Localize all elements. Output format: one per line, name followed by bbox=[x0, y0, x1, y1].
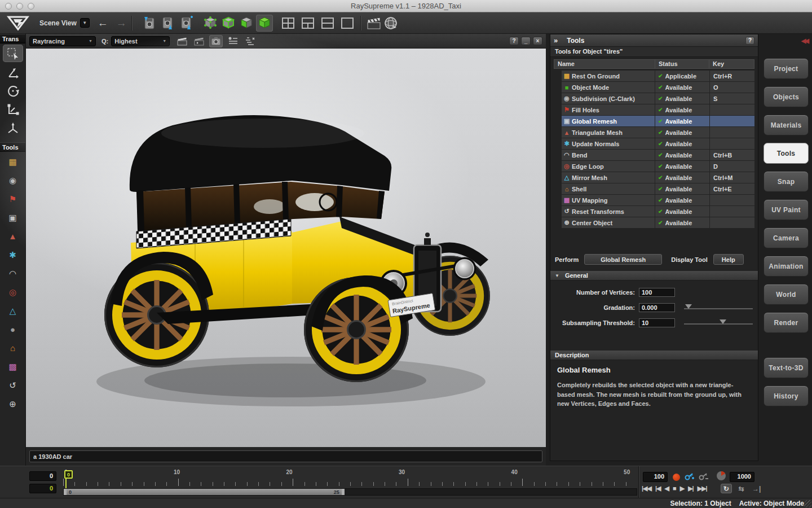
loop-start-field[interactable]: 0 bbox=[29, 484, 56, 493]
record-icon[interactable] bbox=[673, 474, 680, 481]
sidebar-tool-button[interactable]: ⌂ bbox=[3, 339, 23, 357]
sidebar-tool-button[interactable]: △ bbox=[3, 302, 23, 319]
nav-button[interactable]: History bbox=[764, 386, 809, 406]
resize-grip[interactable] bbox=[804, 500, 811, 507]
nav-button[interactable]: UV Paint bbox=[764, 199, 809, 220]
nav-button[interactable]: Camera bbox=[764, 227, 809, 248]
general-section-header[interactable]: ▼ General bbox=[550, 270, 758, 281]
text-to-3d-prompt-input[interactable] bbox=[29, 450, 542, 462]
tool-row[interactable]: ↺ Reset Transforms ✔ Available bbox=[562, 206, 754, 217]
nav-button[interactable]: Materials bbox=[764, 115, 809, 135]
forward-button[interactable]: → bbox=[116, 17, 127, 28]
export-icon[interactable] bbox=[160, 15, 176, 32]
export-add-icon[interactable] bbox=[178, 15, 195, 32]
nav-button[interactable]: World bbox=[764, 284, 809, 305]
nav-button[interactable]: Project bbox=[764, 58, 809, 79]
tool-row[interactable]: ✱ Update Normals ✔ Available bbox=[562, 138, 754, 149]
range-thumb[interactable]: 0 25 bbox=[64, 489, 345, 495]
tool-row[interactable]: ◠ Bend ✔ Available Ctrl+B bbox=[562, 150, 754, 160]
back-button[interactable]: ← bbox=[98, 17, 108, 28]
tool-row[interactable]: △ Mirror Mesh ✔ Available Ctrl+M bbox=[562, 172, 754, 183]
status-bar: Selection: 1 Object Active: Object Mode bbox=[0, 498, 812, 508]
parameter-slider[interactable] bbox=[684, 304, 753, 311]
timeline-range-bar[interactable]: 0 25 bbox=[63, 488, 637, 496]
render-mode-select[interactable]: Raytracing▼ bbox=[29, 36, 96, 46]
nav-button[interactable]: Animation bbox=[764, 256, 809, 277]
transport-button[interactable]: ▶| bbox=[688, 485, 694, 492]
sidebar-tool-button[interactable]: ⊕ bbox=[3, 395, 23, 413]
nav-button[interactable]: Tools bbox=[764, 143, 809, 164]
sidebar-tool-button[interactable]: ● bbox=[3, 321, 23, 338]
remove-keyframe-icon[interactable] bbox=[699, 472, 708, 483]
transport-button[interactable]: ▶ bbox=[680, 485, 684, 492]
two-pane-view-icon[interactable] bbox=[319, 15, 336, 32]
parameter-input[interactable]: 0.000 bbox=[639, 303, 675, 312]
slider-handle[interactable] bbox=[685, 304, 692, 309]
parameter-input[interactable]: 100 bbox=[639, 288, 675, 297]
transport-button[interactable]: |◀◀ bbox=[642, 485, 651, 492]
timeline-ruler[interactable]: 01020304050 bbox=[63, 469, 637, 486]
help-button[interactable]: Help bbox=[713, 254, 744, 265]
viewport-help-button[interactable]: ? bbox=[509, 37, 519, 45]
render-animation-icon[interactable] bbox=[365, 15, 382, 32]
total-frames-field[interactable]: 1000 bbox=[730, 472, 754, 482]
loop-mode-button[interactable]: →| bbox=[751, 484, 762, 493]
panel-help-button[interactable]: ? bbox=[745, 37, 754, 45]
render-globe-icon[interactable] bbox=[382, 15, 399, 32]
sidebar-tool-icon: ↺ bbox=[9, 381, 16, 389]
nav-button[interactable]: Text-to-3D bbox=[764, 357, 809, 378]
parameter-input[interactable]: 10 bbox=[639, 318, 675, 327]
nav-button[interactable]: Render bbox=[764, 312, 809, 333]
playhead-flag[interactable]: 0 bbox=[64, 470, 73, 479]
viewport-render[interactable]: BrainDistrict RaySupreme bbox=[26, 49, 546, 447]
sidebar-tool-button[interactable]: ✱ bbox=[3, 246, 23, 264]
viewport-minimize-button[interactable]: _ bbox=[521, 37, 531, 45]
tool-row[interactable]: ▲ Triangulate Mesh ✔ Available bbox=[562, 127, 754, 138]
slider-handle[interactable] bbox=[720, 319, 726, 324]
tool-row[interactable]: ⌂ Shell ✔ Available Ctrl+E bbox=[562, 183, 754, 194]
nav-button[interactable]: Snap bbox=[764, 171, 809, 192]
viewport-close-button[interactable]: × bbox=[533, 37, 542, 45]
tool-row[interactable]: ▣ Global Remesh ✔ Available bbox=[562, 116, 754, 126]
parameter-slider[interactable] bbox=[684, 319, 753, 326]
add-keyframe-icon[interactable] bbox=[685, 472, 694, 483]
tool-row[interactable]: ◉ Subdivision (C-Clark) ✔ Available S bbox=[562, 93, 754, 104]
import-icon[interactable] bbox=[141, 15, 158, 32]
face-mode-icon[interactable] bbox=[238, 15, 255, 32]
edge-mode-icon[interactable] bbox=[220, 15, 237, 32]
tool-row[interactable]: ⚑ Fill Holes ✔ Available bbox=[562, 104, 754, 115]
scene-view-dropdown[interactable]: ▼ bbox=[80, 18, 90, 28]
quad-view-icon[interactable] bbox=[280, 15, 297, 32]
column-status[interactable]: Status bbox=[655, 60, 709, 68]
tool-row[interactable]: ▦ Rest On Ground ✔ Applicable Ctrl+R bbox=[562, 71, 754, 81]
object-mode-icon[interactable] bbox=[256, 15, 273, 32]
sidebar-tool-button[interactable]: ◎ bbox=[3, 283, 23, 301]
three-pane-view-icon[interactable] bbox=[299, 15, 316, 32]
vertex-mode-icon[interactable] bbox=[202, 15, 219, 32]
transport-button[interactable]: ■ bbox=[673, 485, 676, 492]
column-key[interactable]: Key bbox=[709, 60, 754, 68]
current-frame-field[interactable]: 0 bbox=[29, 471, 56, 481]
single-view-icon[interactable] bbox=[339, 15, 356, 32]
loop-mode-button[interactable]: ⇆ bbox=[736, 484, 747, 493]
panel-expand-icon[interactable]: » bbox=[554, 36, 558, 45]
collapse-panel-icon[interactable]: ◀◀ bbox=[801, 37, 807, 45]
perform-tool-button[interactable]: Global Remesh bbox=[584, 254, 662, 265]
tool-row[interactable]: ⊕ Center Object ✔ Available bbox=[562, 217, 754, 228]
select-tool-button[interactable] bbox=[3, 45, 23, 62]
sidebar-tool-button[interactable]: ↺ bbox=[3, 376, 23, 394]
tool-row[interactable]: ■ Object Mode ✔ Available O bbox=[562, 82, 754, 93]
transport-button[interactable]: ◀ bbox=[665, 485, 669, 492]
rotate-tool-button[interactable] bbox=[3, 82, 23, 99]
loop-mode-button[interactable]: ↻ bbox=[721, 484, 732, 493]
nav-button[interactable]: Objects bbox=[764, 86, 809, 107]
frame-end-field[interactable]: 100 bbox=[643, 472, 668, 482]
tool-row[interactable]: ▩ UV Mapping ✔ Available bbox=[562, 195, 754, 205]
column-name[interactable]: Name bbox=[554, 60, 655, 68]
sidebar-tool-button[interactable]: ◠ bbox=[3, 265, 23, 282]
transport-button[interactable]: |◀ bbox=[655, 485, 661, 492]
transport-button[interactable]: ▶▶| bbox=[698, 485, 707, 492]
sidebar-tool-button[interactable]: ▩ bbox=[3, 358, 23, 375]
tool-row[interactable]: ◎ Edge Loop ✔ Available D bbox=[562, 161, 754, 172]
move-tool-button[interactable] bbox=[3, 63, 23, 81]
